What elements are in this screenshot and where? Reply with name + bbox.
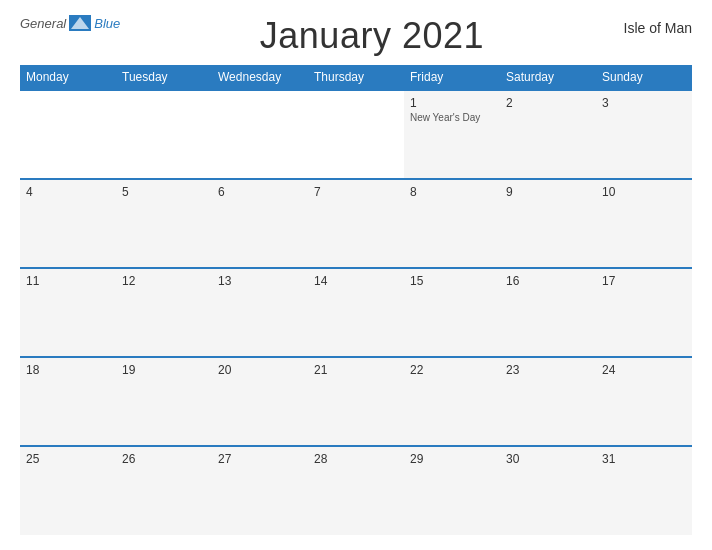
day-number: 9 <box>506 185 590 199</box>
calendar-day-cell: 20 <box>212 357 308 446</box>
day-number: 11 <box>26 274 110 288</box>
day-number: 28 <box>314 452 398 466</box>
calendar-day-cell: 6 <box>212 179 308 268</box>
weekday-header-thursday: Thursday <box>308 65 404 90</box>
calendar-day-cell: 8 <box>404 179 500 268</box>
calendar-week-row: 18192021222324 <box>20 357 692 446</box>
day-number: 24 <box>602 363 686 377</box>
day-number: 5 <box>122 185 206 199</box>
calendar-day-cell: 3 <box>596 90 692 179</box>
calendar-day-cell: 27 <box>212 446 308 535</box>
day-number: 29 <box>410 452 494 466</box>
day-number: 8 <box>410 185 494 199</box>
day-number: 12 <box>122 274 206 288</box>
calendar-day-cell <box>116 90 212 179</box>
logo: General Blue <box>20 15 120 31</box>
day-number: 17 <box>602 274 686 288</box>
calendar-day-cell <box>20 90 116 179</box>
calendar-day-cell: 18 <box>20 357 116 446</box>
calendar-day-cell: 5 <box>116 179 212 268</box>
day-number: 27 <box>218 452 302 466</box>
calendar-title: January 2021 <box>260 15 484 56</box>
holiday-label: New Year's Day <box>410 112 494 123</box>
calendar-day-cell: 30 <box>500 446 596 535</box>
calendar-day-cell: 26 <box>116 446 212 535</box>
calendar-day-cell: 23 <box>500 357 596 446</box>
day-number: 6 <box>218 185 302 199</box>
calendar-header: General Blue January 2021 Isle of Man <box>20 15 692 57</box>
calendar-day-cell: 16 <box>500 268 596 357</box>
calendar-day-cell: 19 <box>116 357 212 446</box>
day-number: 3 <box>602 96 686 110</box>
calendar-day-cell: 15 <box>404 268 500 357</box>
calendar-day-cell: 1New Year's Day <box>404 90 500 179</box>
logo-general-text: General <box>20 16 66 31</box>
calendar-day-cell: 7 <box>308 179 404 268</box>
day-number: 20 <box>218 363 302 377</box>
weekday-header-friday: Friday <box>404 65 500 90</box>
day-number: 19 <box>122 363 206 377</box>
day-number: 30 <box>506 452 590 466</box>
day-number: 18 <box>26 363 110 377</box>
calendar-day-cell: 28 <box>308 446 404 535</box>
day-number: 16 <box>506 274 590 288</box>
calendar-day-cell: 17 <box>596 268 692 357</box>
calendar-day-cell: 10 <box>596 179 692 268</box>
day-number: 10 <box>602 185 686 199</box>
day-number: 31 <box>602 452 686 466</box>
day-number: 15 <box>410 274 494 288</box>
calendar-day-cell: 31 <box>596 446 692 535</box>
day-number: 25 <box>26 452 110 466</box>
calendar-day-cell: 14 <box>308 268 404 357</box>
calendar-day-cell <box>212 90 308 179</box>
calendar-day-cell: 4 <box>20 179 116 268</box>
calendar-week-row: 45678910 <box>20 179 692 268</box>
region-label: Isle of Man <box>624 15 692 36</box>
calendar-week-row: 1New Year's Day23 <box>20 90 692 179</box>
day-number: 26 <box>122 452 206 466</box>
day-number: 14 <box>314 274 398 288</box>
day-number: 22 <box>410 363 494 377</box>
calendar-page: General Blue January 2021 Isle of Man Mo… <box>0 0 712 550</box>
calendar-day-cell <box>308 90 404 179</box>
day-number: 23 <box>506 363 590 377</box>
calendar-table: MondayTuesdayWednesdayThursdayFridaySatu… <box>20 65 692 535</box>
day-number: 13 <box>218 274 302 288</box>
weekday-header-sunday: Sunday <box>596 65 692 90</box>
day-number: 7 <box>314 185 398 199</box>
day-number: 21 <box>314 363 398 377</box>
calendar-day-cell: 25 <box>20 446 116 535</box>
calendar-week-row: 25262728293031 <box>20 446 692 535</box>
weekday-header-saturday: Saturday <box>500 65 596 90</box>
calendar-week-row: 11121314151617 <box>20 268 692 357</box>
logo-blue-text: Blue <box>94 16 120 31</box>
title-area: January 2021 <box>120 15 623 57</box>
calendar-day-cell: 2 <box>500 90 596 179</box>
day-number: 1 <box>410 96 494 110</box>
weekday-header-wednesday: Wednesday <box>212 65 308 90</box>
weekday-header-monday: Monday <box>20 65 116 90</box>
calendar-day-cell: 22 <box>404 357 500 446</box>
calendar-day-cell: 29 <box>404 446 500 535</box>
calendar-day-cell: 13 <box>212 268 308 357</box>
weekday-header-tuesday: Tuesday <box>116 65 212 90</box>
day-number: 2 <box>506 96 590 110</box>
calendar-day-cell: 24 <box>596 357 692 446</box>
calendar-day-cell: 21 <box>308 357 404 446</box>
logo-flag-icon <box>69 15 91 31</box>
calendar-day-cell: 12 <box>116 268 212 357</box>
day-number: 4 <box>26 185 110 199</box>
weekday-header-row: MondayTuesdayWednesdayThursdayFridaySatu… <box>20 65 692 90</box>
calendar-day-cell: 9 <box>500 179 596 268</box>
calendar-day-cell: 11 <box>20 268 116 357</box>
